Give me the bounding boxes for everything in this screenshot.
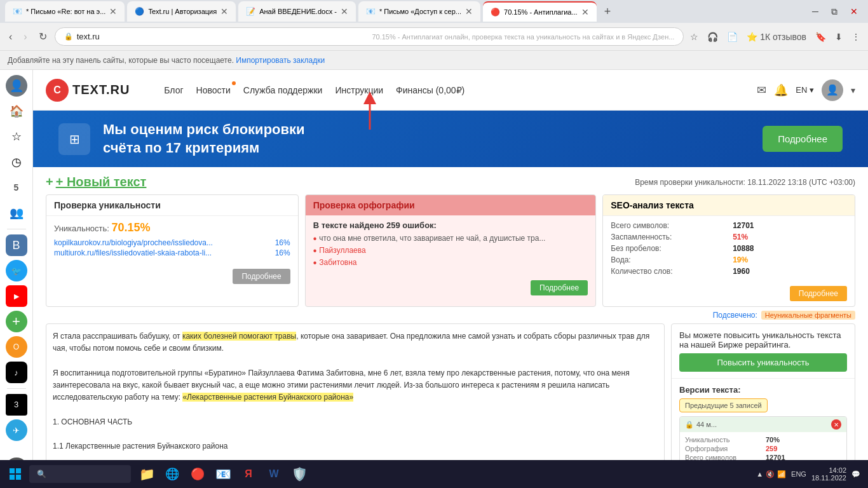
language-button[interactable]: EN ▾ [796,85,814,95]
tab-4-favicon: 📧 [366,7,376,16]
review-button[interactable]: ⭐ 1К отзывов [744,29,809,44]
tab-1[interactable]: 📧 * Письмо «Re: вот на э... ✕ [5,1,125,22]
bookmark-star-button[interactable]: ☆ [688,29,701,44]
ad-title: Мы оценим риск блокировкисчёта по 17 кри… [103,121,305,157]
taskbar-edge[interactable]: 🌐 [160,460,184,488]
seo-value-0: 12701 [733,221,847,230]
source-link-2[interactable]: multiurok.ru/files/issliedovatiel-skaia-… [54,248,212,257]
sidebar-add-icon[interactable]: + [6,311,27,332]
user-avatar[interactable]: 👤 [822,79,843,101]
vs-label-0: Уникальность [685,436,761,444]
taskbar-yandex[interactable]: Я [236,460,261,488]
address-input-box[interactable]: 🔒 text.ru 70.15% - Антиплагиат онлайн, п… [55,27,684,46]
history-icon[interactable]: ◷ [6,151,27,173]
taskbar-word[interactable]: W [262,460,286,488]
cards-row: Проверка уникальности Уникальность: 70.1… [46,194,855,307]
tab-2-title: Text.ru | Авторизация [148,8,217,15]
vs-value-0: 70% [766,436,841,444]
uniqueness-card-header: Проверка уникальности [46,195,298,216]
sidebar-youtube-icon[interactable]: ▶ [6,285,27,307]
windows-search-box[interactable]: 🔍 [29,465,131,483]
svg-marker-1 [363,92,376,104]
close-window-button[interactable]: ✕ [845,4,863,20]
back-button[interactable]: ‹ [5,29,16,45]
bell-icon[interactable]: 🔔 [774,83,788,97]
version-tooltip-container: Предыдущие 5 записей [679,398,847,416]
sidebar-divider [7,229,26,229]
uniqueness-details-button[interactable]: Подробнее [233,269,290,284]
download-button[interactable]: ⬇ [832,29,845,44]
logo-area: C TEXT.RU [46,79,130,102]
version-close-button[interactable]: ✕ [831,419,841,430]
taskbar-mail[interactable]: 📧 [211,460,235,488]
sidebar-tiktok-icon[interactable]: ♪ [6,362,27,383]
import-bookmarks-link[interactable]: Импортировать закладки [236,56,325,65]
seo-label-1: Заспамленность: [611,233,725,241]
sidebar-telegram-icon[interactable]: ✈ [6,419,27,441]
ad-text: Мы оценим риск блокировкисчёта по 17 кри… [103,121,305,157]
star-icon[interactable]: ☆ [6,126,27,147]
source-link-1[interactable]: kopilkaurokov.ru/biologiya/prochee/issli… [54,238,213,247]
tab-3-close[interactable]: ✕ [341,6,348,17]
reload-button[interactable]: ↻ [35,28,51,45]
uniqueness-label: Уникальность: [54,224,109,233]
taskbar-file-explorer[interactable]: 📁 [135,460,159,488]
sidebar-ok-icon[interactable]: О [6,336,27,358]
new-text-link[interactable]: + + Новый текст [46,175,146,189]
reader-button[interactable]: 📄 [724,29,740,44]
new-tab-button[interactable]: + [599,3,616,21]
network-icon[interactable]: 📶 [777,470,786,478]
tab-1-close[interactable]: ✕ [109,6,117,17]
mail-icon[interactable]: ✉ [757,83,766,97]
spell-card-header: Проверка орфографии [306,195,596,215]
menu-button[interactable]: ⋮ [849,29,863,44]
sidebar-vk-icon[interactable]: В [6,234,27,256]
save-button[interactable]: 🔖 [813,29,829,44]
user-dropdown-chevron[interactable]: ▾ [851,85,855,95]
tab-2-close[interactable]: ✕ [220,6,228,17]
spell-details-button[interactable]: Подробнее [531,280,588,295]
tab-3[interactable]: 📝 Анай ВВЕДЕНИЕ.docx - ✕ [238,1,356,22]
new-text-label: + Новый текст [56,175,147,189]
headphone-button[interactable]: 🎧 [705,29,721,44]
spell-bullet-1: • [313,234,317,244]
sidebar-twitter-icon[interactable]: 🐦 [6,260,27,281]
spell-error-2: • Пайзуллаева [313,246,588,256]
nav-support[interactable]: Служба поддержки [243,83,323,98]
tab-4-title: * Письмо «Доступ к сер... [379,8,461,15]
restore-button[interactable]: ⧉ [826,4,843,20]
nav-news[interactable]: Новости [196,83,231,98]
nav-blog[interactable]: Блог [164,83,183,98]
seo-label-2: Без пробелов: [611,244,725,253]
volume-icon[interactable]: 🔇 [766,470,775,478]
plus-icon: + [46,175,53,189]
boost-button[interactable]: Повысить уникальность [679,353,847,372]
person-icon[interactable]: 👥 [6,202,27,224]
tab-2[interactable]: 🔵 Text.ru | Авторизация ✕ [127,1,236,22]
seo-label-4: Количество слов: [611,267,725,276]
user-avatar-icon[interactable]: 👤 [6,75,27,97]
minimize-button[interactable]: ─ [807,4,824,20]
tab-4-close[interactable]: ✕ [465,6,473,17]
windows-start-button[interactable] [3,460,28,488]
text-para-3: 1. ОСНОВНАЯ ЧАСТЬ [53,416,658,428]
source-pct-2: 16% [275,248,290,257]
tab-5-active[interactable]: 🔴 70.15% - Антиплагиа... ✕ [483,1,597,22]
nav-finances[interactable]: Финансы (0,00₽) [396,83,465,98]
seo-details-button[interactable]: Подробнее [790,286,847,301]
tab-5-close[interactable]: ✕ [581,7,589,17]
forward-button[interactable]: › [20,29,31,45]
spell-error-text-1: что она мне ответила, что заваривает не … [319,234,545,243]
notification-icon[interactable]: 💬 [851,470,860,478]
tray-arrow-icon[interactable]: ▲ [756,470,763,478]
taskbar-shield[interactable]: 🛡️ [287,460,311,488]
sidebar-dzen-icon[interactable]: З [6,394,27,416]
tab-4[interactable]: 📧 * Письмо «Доступ к сер... ✕ [358,1,480,22]
home-icon[interactable]: 🏠 [6,100,27,122]
number-5-icon[interactable]: 5 [6,177,27,198]
vs-value-1: 259 [766,445,841,452]
windows-taskbar: 🔍 📁 🌐 🔴 📧 Я W 🛡️ ▲ 🔇 📶 ENG 14:02 18.11.2… [0,460,868,488]
taskbar-chrome[interactable]: 🔴 [186,460,210,488]
taskbar-icons: 📁 🌐 🔴 📧 Я W 🛡️ [135,460,311,488]
ad-button[interactable]: Подробнее [763,126,843,152]
